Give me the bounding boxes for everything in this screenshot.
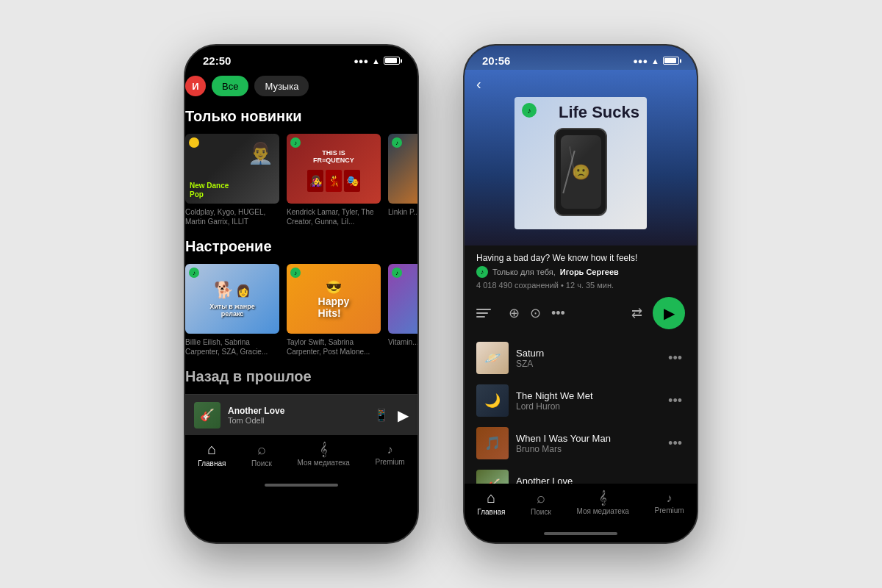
- section-title-novelties: Только новинки: [185, 108, 417, 125]
- playlist-desc: Having a bad day? We know how it feels!: [476, 245, 685, 263]
- track-artist-night: Lord Huron: [516, 401, 658, 412]
- status-icons-right: ●●● ▲: [633, 57, 679, 65]
- nav-library-left[interactable]: 𝄞 Моя медиатека: [298, 442, 350, 467]
- mood-thumb-1: ♪ 🐕 👩 Хиты в жанререлакс: [185, 264, 279, 334]
- play-icon-large: ▶: [664, 304, 675, 322]
- nav-home-right[interactable]: ⌂ Главная: [477, 490, 505, 516]
- np-play-btn[interactable]: ▶: [398, 406, 409, 424]
- track-thumb-another: 🎸: [476, 470, 509, 484]
- battery-icon-left: [384, 57, 400, 65]
- track-more-another[interactable]: •••: [665, 476, 685, 484]
- track-img-night: 🌙: [476, 384, 509, 417]
- nav-library-label-left: Моя медиатека: [298, 459, 350, 467]
- nav-premium-label-right: Premium: [655, 506, 684, 514]
- track-artist-saturn: SZA: [516, 359, 658, 369]
- status-bar-left: 22:50 ●●● ▲: [185, 46, 417, 70]
- track-info-your-man: When I Was Your Man Bruno Mars: [516, 433, 658, 454]
- playlist-cover: ♪ Life Sucks: [514, 97, 647, 229]
- mood-card-3[interactable]: ♪ 🎶 Vitamin... Music L...: [388, 264, 417, 356]
- track-info-saturn: Saturn SZA: [516, 348, 658, 369]
- playlist-controls: ⊕ ⊙ ••• ⇄ ▶: [465, 297, 697, 337]
- phone1-content: И Все Музыка Только новинки New DanceP: [185, 70, 417, 394]
- track-item-another[interactable]: 🎸 Another Love E Tom Odell •••: [476, 465, 685, 484]
- library-icon-right: 𝄞: [599, 490, 607, 506]
- track-more-night[interactable]: •••: [665, 390, 685, 412]
- track-item-saturn[interactable]: 🪐 Saturn SZA •••: [476, 337, 685, 379]
- nav-library-label-right: Моя медиатека: [577, 507, 629, 515]
- album-thumb-2: ♪ THIS ISFR≡QUENCY 👩‍🎤 💃: [287, 134, 381, 204]
- signal-icon-right: ●●●: [633, 57, 648, 65]
- np-controls: 📱 ▶: [374, 406, 409, 424]
- album-thumb-1: New DancePop 👨‍💼: [185, 134, 279, 204]
- track-item-night[interactable]: 🌙 The Night We Met Lord Huron •••: [476, 379, 685, 422]
- add-icon[interactable]: ⊕: [509, 305, 520, 321]
- back-button[interactable]: ‹: [476, 76, 481, 93]
- nav-search-label-left: Поиск: [251, 459, 272, 467]
- bottom-nav-left: ⌂ Главная ⌕ Поиск 𝄞 Моя медиатека ♪ Prem…: [185, 435, 417, 479]
- album-dot-3: ♪: [392, 137, 402, 148]
- album-artists-1: Coldplay, Kygo, HUGEL, Martin Garrix, IL…: [185, 207, 279, 226]
- track-thumb-your-man: 🎵: [476, 427, 509, 459]
- queue-icon[interactable]: [476, 304, 498, 323]
- nav-search-label-right: Поиск: [531, 508, 551, 516]
- nav-library-right[interactable]: 𝄞 Моя медиатека: [577, 490, 629, 515]
- premium-icon-right: ♪: [667, 492, 673, 505]
- album-dot-1: [189, 137, 199, 148]
- shuffle-icon[interactable]: ⇄: [631, 305, 642, 321]
- album-artists-3: Linkin P... Pilots, b...: [388, 207, 417, 217]
- queue-line-3: [476, 316, 485, 318]
- wifi-icon-right: ▲: [651, 57, 659, 65]
- status-bar-right: 20:56 ●●● ▲: [465, 46, 697, 70]
- track-more-your-man[interactable]: •••: [665, 433, 685, 454]
- avatar-chip[interactable]: И: [185, 76, 206, 96]
- mood-artists-1: Billie Eilish, Sabrina Carpenter, SZA, G…: [185, 337, 279, 356]
- track-thumb-night: 🌙: [476, 384, 509, 417]
- mood-artists-2: Taylor Swift, Sabrina Carpenter, Post Ma…: [287, 337, 381, 356]
- album-card-2[interactable]: ♪ THIS ISFR≡QUENCY 👩‍🎤 💃: [287, 134, 381, 226]
- section-title-mood: Настроение: [185, 238, 417, 255]
- premium-icon-left: ♪: [387, 443, 393, 456]
- search-icon-left: ⌕: [257, 441, 266, 458]
- status-time-right: 20:56: [482, 54, 510, 67]
- queue-line-2: [476, 312, 488, 314]
- album-card-3[interactable]: ♪ 🎵 Linkin P... Pilots, b...: [388, 134, 417, 226]
- nav-premium-left[interactable]: ♪ Premium: [376, 443, 405, 466]
- track-title-another: Another Love: [516, 476, 658, 484]
- mood-card-1[interactable]: ♪ 🐕 👩 Хиты в жанререлакс Billie Eilish, …: [185, 264, 279, 356]
- nav-search-right[interactable]: ⌕ Поиск: [531, 490, 551, 516]
- track-item-your-man[interactable]: 🎵 When I Was Your Man Bruno Mars •••: [476, 422, 685, 465]
- play-button-large[interactable]: ▶: [653, 297, 685, 329]
- now-playing-bar[interactable]: 🎸 Another Love Tom Odell 📱 ▶: [185, 394, 417, 435]
- nav-home-label-left: Главная: [198, 459, 226, 467]
- status-icons-left: ●●● ▲: [354, 57, 400, 65]
- nav-home-left[interactable]: ⌂ Главная: [198, 441, 226, 467]
- more-icon[interactable]: •••: [551, 306, 565, 321]
- mood-albums-row: ♪ 🐕 👩 Хиты в жанререлакс Billie Eilish, …: [185, 264, 417, 356]
- album-card-1[interactable]: New DancePop 👨‍💼 Coldplay, Kygo, HUGEL, …: [185, 134, 279, 226]
- nav-premium-right[interactable]: ♪ Premium: [655, 492, 684, 514]
- filter-row: И Все Музыка: [185, 76, 417, 96]
- download-icon[interactable]: ⊙: [530, 305, 541, 321]
- track-artist-your-man: Bruno Mars: [516, 444, 658, 454]
- home-icon-left: ⌂: [207, 441, 216, 458]
- playlist-header: ‹ ♪ Life Sucks: [465, 70, 697, 245]
- track-list: 🪐 Saturn SZA ••• 🌙 The Night We Met: [465, 337, 697, 484]
- status-time-left: 22:50: [203, 54, 231, 67]
- mood-card-2[interactable]: ♪ 😎 HappyHits! Taylor Swift, Sabrina Car…: [287, 264, 381, 356]
- track-title-saturn: Saturn: [516, 348, 658, 359]
- mood-dot-1: ♪: [189, 268, 199, 278]
- search-icon-right: ⌕: [537, 490, 545, 506]
- nav-search-left[interactable]: ⌕ Поиск: [251, 441, 272, 467]
- track-more-saturn[interactable]: •••: [665, 348, 685, 369]
- home-indicator-left: [185, 479, 417, 494]
- np-info: Another Love Tom Odell: [228, 406, 367, 425]
- music-chip[interactable]: Музыка: [254, 76, 309, 96]
- track-info-night: The Night We Met Lord Huron: [516, 390, 658, 412]
- signal-icon-left: ●●●: [354, 57, 368, 65]
- track-title-night: The Night We Met: [516, 390, 658, 401]
- cover-inner: ♪ Life Sucks: [514, 97, 647, 229]
- mood-dot-3: ♪: [392, 268, 402, 278]
- nav-home-label-right: Главная: [477, 508, 505, 516]
- devices-icon[interactable]: 📱: [374, 408, 389, 422]
- all-chip[interactable]: Все: [212, 76, 248, 96]
